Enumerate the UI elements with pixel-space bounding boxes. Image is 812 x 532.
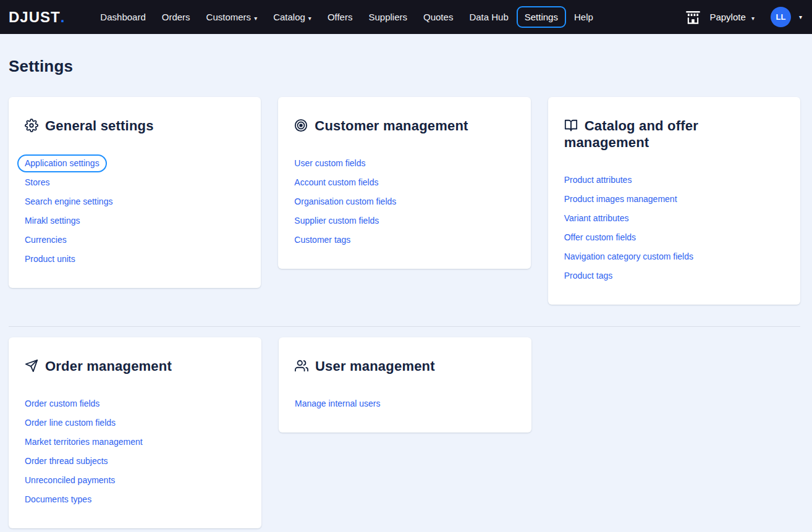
nav-item-customers[interactable]: Customers▾ [198, 6, 266, 28]
card-links: Order custom fields Order line custom fi… [25, 398, 245, 505]
link-order-line-custom-fields[interactable]: Order line custom fields [25, 418, 116, 428]
users-icon [295, 359, 308, 373]
card-title-customer-management: Customer management [294, 117, 514, 134]
chevron-down-icon: ▾ [751, 15, 755, 22]
link-product-tags[interactable]: Product tags [564, 271, 613, 281]
storefront-icon[interactable] [685, 9, 701, 25]
nav-item-quotes[interactable]: Quotes [415, 6, 461, 28]
link-variant-attributes[interactable]: Variant attributes [564, 213, 629, 223]
link-order-thread-subjects[interactable]: Order thread subjects [25, 456, 108, 466]
avatar[interactable]: LL [771, 7, 791, 27]
link-unreconciled-payments[interactable]: Unreconciled payments [25, 475, 115, 485]
cards-row-bottom: Order management Order custom fields Ord… [9, 337, 800, 528]
link-search-engine-settings[interactable]: Search engine settings [25, 196, 112, 206]
workspace-selector[interactable]: Papylote ▾ [709, 12, 755, 22]
nav-item-data-hub[interactable]: Data Hub [461, 6, 516, 28]
gear-icon [25, 119, 38, 132]
link-manage-internal-users[interactable]: Manage internal users [295, 399, 381, 408]
page-title: Settings [9, 57, 800, 76]
card-links: Manage internal users [295, 398, 515, 409]
card-catalog-offer-management: Catalog and offer management Product att… [548, 97, 800, 305]
link-offer-custom-fields[interactable]: Offer custom fields [564, 232, 636, 242]
link-order-custom-fields[interactable]: Order custom fields [25, 399, 99, 408]
card-general-settings: General settings Application settings St… [9, 97, 261, 288]
card-user-management: User management Manage internal users [279, 337, 531, 433]
card-title-general-settings: General settings [25, 117, 245, 134]
link-customer-tags[interactable]: Customer tags [294, 235, 350, 245]
link-product-units[interactable]: Product units [25, 254, 75, 264]
logo-dot: . [61, 9, 66, 25]
link-mirakl-settings[interactable]: Mirakl settings [25, 216, 80, 226]
link-organisation-custom-fields[interactable]: Organisation custom fields [294, 196, 396, 206]
nav-item-label: Data Hub [469, 12, 508, 22]
nav-item-label: Customers [206, 12, 252, 22]
section-divider [9, 326, 800, 327]
book-open-icon [564, 119, 578, 132]
card-links: Application settings Stores Search engin… [25, 158, 245, 264]
nav-item-catalog[interactable]: Catalog▾ [265, 6, 319, 28]
link-currencies[interactable]: Currencies [25, 235, 67, 245]
nav-item-label: Orders [162, 12, 190, 22]
card-links: Product attributes Product images manage… [564, 174, 784, 281]
link-application-settings[interactable]: Application settings [17, 154, 107, 172]
card-title-text: General settings [45, 118, 154, 133]
nav-item-label: Quotes [423, 12, 453, 22]
card-title-catalog-offer-management: Catalog and offer management [564, 117, 750, 151]
nav-item-label: Settings [525, 12, 558, 22]
chevron-down-icon[interactable]: ▾ [799, 14, 802, 20]
card-title-user-management: User management [295, 358, 515, 374]
workspace-name: Papylote [709, 12, 745, 22]
nav-item-help[interactable]: Help [566, 6, 601, 28]
link-product-attributes[interactable]: Product attributes [564, 175, 632, 185]
card-title-text: Catalog and offer management [564, 118, 698, 150]
nav-item-offers[interactable]: Offers [319, 6, 361, 28]
link-documents-types[interactable]: Documents types [25, 494, 91, 504]
card-links: User custom fields Account custom fields… [294, 158, 514, 245]
card-title-order-management: Order management [25, 358, 245, 374]
nav-item-label: Help [574, 12, 593, 22]
link-navigation-category-custom-fields[interactable]: Navigation category custom fields [564, 251, 693, 261]
nav-item-settings[interactable]: Settings [517, 6, 566, 28]
nav-item-label: Offers [328, 12, 353, 22]
nav-item-dashboard[interactable]: Dashboard [92, 6, 153, 28]
card-title-text: Order management [45, 358, 172, 374]
nav-item-orders[interactable]: Orders [154, 6, 198, 28]
card-title-text: User management [315, 358, 435, 374]
send-icon [25, 359, 38, 373]
nav-item-label: Catalog [273, 12, 305, 22]
app-logo[interactable]: DJUST. [9, 9, 65, 26]
link-user-custom-fields[interactable]: User custom fields [294, 158, 365, 168]
link-supplier-custom-fields[interactable]: Supplier custom fields [294, 216, 379, 226]
link-stores[interactable]: Stores [25, 177, 49, 187]
chevron-down-icon: ▾ [254, 15, 257, 22]
card-customer-management: Customer management User custom fields A… [278, 97, 530, 269]
top-navigation: DJUST. Dashboard Orders Customers▾ Catal… [0, 0, 812, 34]
settings-page: Settings General settings Application se… [0, 57, 812, 528]
nav-right-group: Papylote ▾ LL ▾ [685, 7, 802, 27]
nav-item-label: Dashboard [100, 12, 145, 22]
nav-item-label: Suppliers [368, 12, 407, 22]
cards-row-top: General settings Application settings St… [9, 97, 800, 305]
card-title-text: Customer management [315, 118, 468, 133]
logo-text: DJUST [9, 9, 61, 25]
link-market-territories-management[interactable]: Market territories management [25, 437, 143, 447]
target-icon [294, 119, 308, 132]
link-account-custom-fields[interactable]: Account custom fields [294, 177, 378, 187]
card-order-management: Order management Order custom fields Ord… [9, 337, 261, 528]
primary-nav: Dashboard Orders Customers▾ Catalog▾ Off… [92, 6, 601, 28]
nav-item-suppliers[interactable]: Suppliers [360, 6, 415, 28]
chevron-down-icon: ▾ [308, 15, 311, 22]
link-product-images-management[interactable]: Product images management [564, 194, 677, 204]
